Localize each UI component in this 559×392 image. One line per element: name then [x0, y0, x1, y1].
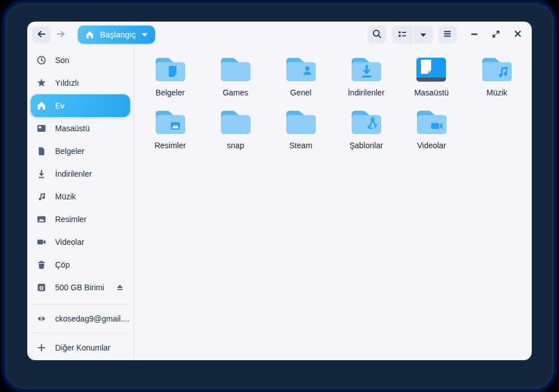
grid-item-indirilenler[interactable]: İndirilenler — [348, 55, 385, 108]
toolbar: Başlangıç — [27, 22, 532, 48]
search-icon — [372, 28, 382, 41]
grid-item-sablonlar[interactable]: Şablonlar — [349, 108, 383, 161]
search-button[interactable] — [368, 26, 386, 44]
grid-item-label: Videolar — [417, 141, 446, 150]
sidebar-item-label: ckosedag9@gmail.... — [55, 314, 130, 323]
close-icon — [514, 30, 522, 40]
sidebar-item-trash[interactable]: Çöp — [31, 253, 130, 276]
grid-item-label: snap — [227, 141, 244, 150]
grid-item-belgeler[interactable]: Belgeler — [154, 55, 187, 108]
sidebar-separator — [33, 304, 128, 305]
plus-icon — [36, 343, 47, 353]
sidebar-item-volume[interactable]: 500 GB Birimi — [31, 276, 130, 299]
drive-icon — [36, 282, 47, 293]
list-view-button[interactable] — [392, 26, 412, 44]
sidebar-item-label: Diğer Konumlar — [55, 343, 110, 352]
grid-item-resimler[interactable]: Resimler — [154, 108, 187, 161]
sidebar-item-label: Masaüstü — [55, 124, 90, 133]
sidebar-item-desktop[interactable]: Masaüstü — [31, 117, 130, 140]
desktop-icon — [415, 56, 448, 85]
grid-item-games[interactable]: Games — [219, 55, 252, 108]
sidebar-item-music[interactable]: Müzik — [31, 185, 130, 208]
download-icon — [36, 169, 47, 179]
folder-icon — [285, 109, 318, 138]
grid-item-muzik[interactable]: Müzik — [481, 55, 514, 108]
minimize-icon — [470, 30, 479, 40]
sidebar-item-label: Son — [55, 56, 69, 65]
grid-item-label: Resimler — [155, 141, 186, 150]
grid-item-snap[interactable]: snap — [219, 108, 252, 161]
sidebar-item-recent[interactable]: Son — [31, 49, 130, 72]
sidebar-item-label: Resimler — [55, 215, 86, 224]
grid-item-label: İndirilenler — [348, 88, 385, 97]
folder-icon — [154, 109, 187, 138]
star-icon — [36, 78, 47, 88]
location-label: Başlangıç — [100, 30, 136, 39]
forward-button[interactable] — [51, 26, 70, 43]
grid-item-label: Genel — [290, 88, 311, 97]
sidebar-item-label: İndirilenler — [55, 169, 92, 178]
grid-item-label: Şablonlar — [349, 141, 383, 150]
sidebar-item-label: Belgeler — [55, 147, 84, 156]
sidebar-item-label: Videolar — [55, 237, 84, 247]
folder-icon — [219, 56, 252, 85]
folder-icon — [350, 56, 383, 85]
folder-icon — [481, 56, 514, 85]
grid-item-label: Masaüstü — [414, 88, 449, 97]
menu-icon — [443, 29, 452, 40]
sidebar-separator — [33, 333, 128, 333]
window-controls — [468, 26, 524, 43]
sidebar-item-videos[interactable]: Videolar — [31, 231, 130, 253]
sidebar-item-pictures[interactable]: Resimler — [31, 208, 130, 231]
grid-item-label: Müzik — [486, 88, 507, 97]
sidebar-item-label: Ev — [55, 101, 64, 110]
grid-item-label: Belgeler — [156, 88, 185, 97]
grid-item-steam[interactable]: Steam — [285, 108, 318, 161]
grid-item-videolar[interactable]: Videolar — [415, 108, 448, 161]
caret-down-icon — [141, 33, 148, 37]
file-manager-window: Başlangıç — [27, 22, 532, 360]
grid-item-genel[interactable]: Genel — [285, 55, 318, 108]
back-button[interactable] — [32, 26, 51, 43]
file-grid: Belgeler Games — [134, 48, 532, 360]
forward-icon — [55, 28, 66, 41]
list-view-icon — [397, 29, 407, 41]
video-icon — [36, 237, 47, 247]
sidebar-item-label: Müzik — [55, 192, 76, 201]
sidebar-item-account[interactable]: ckosedag9@gmail.... — [31, 307, 130, 330]
image-icon — [36, 214, 47, 224]
maximize-button[interactable] — [490, 26, 502, 43]
close-button[interactable] — [511, 26, 524, 43]
view-options-button[interactable] — [414, 26, 433, 44]
document-icon — [36, 146, 47, 156]
network-icon — [36, 314, 47, 324]
clock-icon — [36, 55, 47, 65]
grid-item-label: Steam — [289, 141, 312, 150]
sidebar-item-label: Çöp — [55, 260, 70, 269]
view-options-caret-icon — [420, 31, 427, 39]
maximize-icon — [491, 30, 500, 40]
sidebar: Son Yıldızlı Ev Masaüstü Belgeler İndiri — [27, 48, 134, 360]
folder-icon — [219, 109, 252, 138]
music-icon — [36, 191, 47, 202]
sidebar-item-label: 500 GB Birimi — [55, 283, 104, 292]
minimize-button[interactable] — [468, 26, 481, 43]
back-icon — [36, 28, 47, 41]
folder-icon — [154, 56, 187, 85]
sidebar-item-home[interactable]: Ev — [31, 94, 130, 117]
sidebar-item-documents[interactable]: Belgeler — [31, 140, 130, 162]
folder-icon — [285, 56, 318, 85]
folder-icon — [350, 109, 383, 138]
sidebar-item-downloads[interactable]: İndirilenler — [31, 162, 130, 185]
folder-icon — [415, 109, 448, 138]
menu-button[interactable] — [438, 26, 457, 44]
eject-icon[interactable] — [115, 283, 124, 292]
desktop-icon — [36, 123, 47, 134]
sidebar-item-starred[interactable]: Yıldızlı — [31, 72, 130, 94]
grid-item-masaustu[interactable]: Masaüstü — [414, 55, 449, 108]
sidebar-item-label: Yıldızlı — [55, 78, 79, 87]
sidebar-item-other-locations[interactable]: Diğer Konumlar — [31, 336, 130, 359]
view-switcher — [392, 26, 433, 44]
trash-icon — [36, 260, 47, 270]
location-button[interactable]: Başlangıç — [78, 26, 155, 44]
